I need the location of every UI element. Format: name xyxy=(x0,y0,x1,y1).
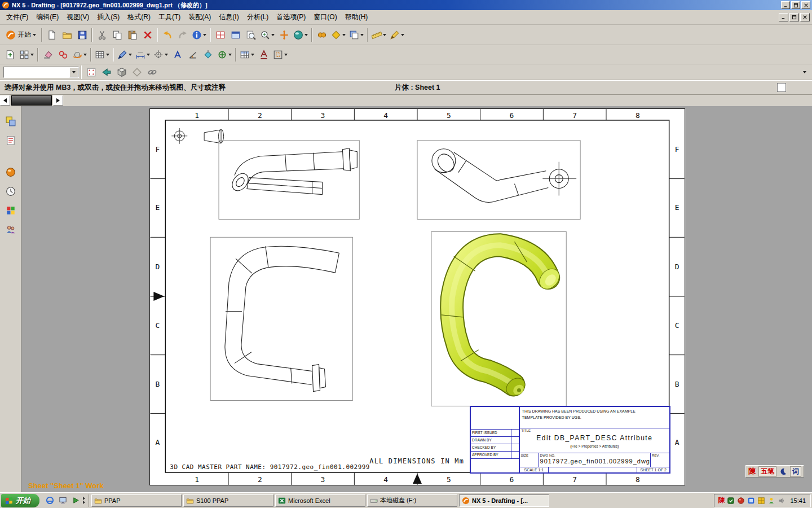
view-top-left-tube[interactable] xyxy=(229,148,357,195)
history-palette-button[interactable] xyxy=(3,133,18,148)
ime-dict-button[interactable]: 词 xyxy=(790,466,801,477)
new-button[interactable] xyxy=(44,27,59,43)
start-button[interactable]: 开始 xyxy=(1,494,39,507)
delete-button[interactable] xyxy=(140,27,155,43)
redo-button[interactable] xyxy=(175,27,190,43)
menu-item-tools[interactable]: 工具(T) xyxy=(155,10,184,24)
menu-item-file[interactable]: 文件(F) xyxy=(2,10,32,24)
layer-settings-button[interactable] xyxy=(347,27,365,43)
update-views-button[interactable] xyxy=(70,47,89,63)
task-button-local-disk[interactable]: 本地磁盘 (F:) xyxy=(367,494,457,507)
tray-speaker-icon[interactable] xyxy=(778,497,785,505)
sketch-button[interactable] xyxy=(116,47,134,63)
view-border-bottom-left[interactable] xyxy=(210,237,352,400)
menu-item-information[interactable]: 信息(I) xyxy=(215,10,242,24)
selection-filter-input[interactable] xyxy=(4,68,69,77)
menu-item-format[interactable]: 格式(R) xyxy=(123,10,155,24)
mdi-close-button[interactable] xyxy=(800,13,810,21)
task-button-s100-ppap[interactable]: S100 PPAP xyxy=(183,494,273,507)
menu-item-edit[interactable]: 编辑(E) xyxy=(32,10,63,24)
quick-launch-overflow[interactable] xyxy=(83,497,85,504)
tray-green-icon[interactable] xyxy=(727,497,735,505)
feature-filter-button[interactable] xyxy=(129,64,144,80)
snap-point-button[interactable] xyxy=(329,27,347,43)
interpart-link-button[interactable] xyxy=(144,64,160,80)
scroll-thumb[interactable] xyxy=(11,95,52,106)
history-clock-button[interactable] xyxy=(3,184,18,199)
roles-button[interactable] xyxy=(3,222,18,237)
menu-item-view[interactable]: 视图(V) xyxy=(63,10,93,24)
measure-button[interactable] xyxy=(370,27,388,43)
toolbar-overflow-button[interactable] xyxy=(801,71,809,73)
quick-launch-desktop[interactable] xyxy=(57,495,68,506)
copy-button[interactable] xyxy=(109,27,125,43)
view-layout-button[interactable] xyxy=(17,47,36,63)
note-button[interactable] xyxy=(256,47,271,63)
parts-list-button[interactable] xyxy=(238,47,256,63)
tabular-note-button[interactable] xyxy=(93,47,111,63)
open-button[interactable] xyxy=(59,27,74,43)
fit-view-button[interactable] xyxy=(243,27,258,43)
start-menu-button[interactable]: 开始 xyxy=(2,27,39,43)
paste-button[interactable] xyxy=(125,27,140,43)
scroll-left-button[interactable] xyxy=(0,95,10,106)
pan-button[interactable] xyxy=(276,27,292,43)
tray-ime-user[interactable]: 陳 xyxy=(718,496,725,505)
task-button-excel[interactable]: Microsoft Excel xyxy=(275,494,365,507)
view-iso-shaded-tube[interactable] xyxy=(442,242,563,399)
snap-grid-button[interactable] xyxy=(83,64,99,80)
menu-item-assemblies[interactable]: 装配(A) xyxy=(184,10,215,24)
quick-launch-player[interactable] xyxy=(70,495,81,506)
window-layout-button[interactable] xyxy=(228,27,243,43)
mdi-restore-button[interactable] xyxy=(789,13,799,21)
solid-body-filter-button[interactable] xyxy=(114,64,129,80)
view-layout-palette-button[interactable] xyxy=(3,114,18,129)
tray-user-icon[interactable] xyxy=(767,497,775,505)
find-button[interactable] xyxy=(314,27,329,43)
tray-red-icon[interactable] xyxy=(737,497,745,505)
crosshatch-button[interactable] xyxy=(200,47,215,63)
view-border-top-right[interactable] xyxy=(417,141,580,220)
display-mode-button[interactable] xyxy=(213,27,228,43)
ime-mode-button[interactable]: 五笔 xyxy=(758,466,776,477)
task-button-ppap[interactable]: PPAP xyxy=(91,494,182,507)
graphics-window[interactable]: 1 2 3 4 5 6 7 8 1 2 3 4 5 6 7 xyxy=(21,106,812,492)
view-bottom-left-tube[interactable] xyxy=(225,246,339,391)
drawing-sheet[interactable]: 1 2 3 4 5 6 7 8 1 2 3 4 5 6 7 xyxy=(149,108,685,485)
menu-item-analysis[interactable]: 分析(L) xyxy=(243,10,273,24)
annotation-button[interactable] xyxy=(388,27,406,43)
shaded-view-button[interactable] xyxy=(292,27,310,43)
ime-moon-icon[interactable] xyxy=(779,467,787,475)
close-button[interactable] xyxy=(801,1,810,9)
scroll-right-button[interactable] xyxy=(53,95,63,106)
tray-blue-icon[interactable] xyxy=(747,497,755,505)
task-button-nx[interactable]: NX 5 - Drafting - [... xyxy=(459,494,549,507)
undo-button[interactable] xyxy=(160,27,175,43)
menu-item-window[interactable]: 窗口(O) xyxy=(310,10,341,24)
maximize-button[interactable] xyxy=(791,1,800,9)
new-sheet-button[interactable] xyxy=(2,47,17,63)
ime-user-label[interactable]: 陳 xyxy=(748,466,756,476)
centerline-button[interactable] xyxy=(152,47,170,63)
view-top-right-tube[interactable] xyxy=(432,149,576,203)
minimize-button[interactable] xyxy=(781,1,790,9)
tray-grid-icon[interactable] xyxy=(757,497,765,505)
palette-button[interactable] xyxy=(3,203,18,218)
assembly-navigator-button[interactable] xyxy=(3,165,18,179)
cut-button[interactable] xyxy=(94,27,109,43)
bound-plane-button[interactable] xyxy=(271,47,289,63)
information-button[interactable] xyxy=(190,27,208,43)
menu-item-insert[interactable]: 插入(S) xyxy=(93,10,123,24)
save-button[interactable] xyxy=(74,27,90,43)
horizontal-scrollbar[interactable] xyxy=(0,95,812,106)
dimension-button[interactable] xyxy=(134,47,152,63)
menu-item-help[interactable]: 帮助(H) xyxy=(341,10,372,24)
prompt-bar-button[interactable] xyxy=(777,83,786,92)
menu-item-preferences[interactable]: 首选项(P) xyxy=(272,10,310,24)
text-button[interactable] xyxy=(170,47,185,63)
point-button[interactable] xyxy=(215,47,233,63)
datum-button[interactable] xyxy=(55,47,70,63)
selection-filter-combo[interactable] xyxy=(3,67,79,78)
back-button[interactable] xyxy=(99,64,114,80)
combo-dropdown-button[interactable] xyxy=(69,67,78,77)
